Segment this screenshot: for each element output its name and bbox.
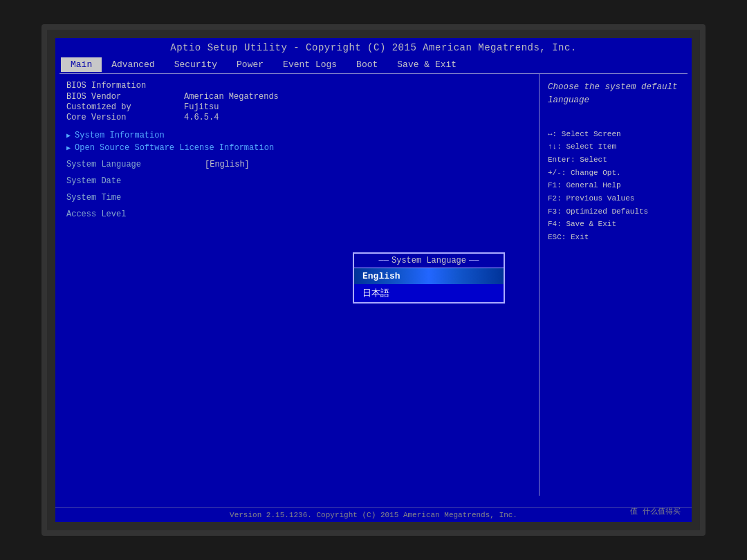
menu-item-security[interactable]: Security [165, 57, 227, 72]
watermark-text: 值 什么值得买 [630, 507, 681, 516]
system-language-val[interactable]: [English] [205, 160, 250, 169]
bios-info-section: BIOS Information BIOS Vendor American Me… [66, 81, 528, 122]
bios-coreversion-val: 4.6.5.4 [184, 113, 219, 122]
setting-system-time: System Time [66, 193, 528, 203]
bios-vendor-val: American Megatrends [184, 92, 279, 102]
setting-system-date: System Date [66, 176, 528, 186]
help-select-item: ↑↓: Select Item [548, 140, 683, 153]
menu-item-power[interactable]: Power [227, 57, 273, 72]
submenu-oss-license[interactable]: Open Source Software License Information [66, 143, 528, 153]
setting-access-level: Access Level [66, 209, 528, 219]
access-level-key: Access Level [66, 209, 205, 219]
menu-item-advanced[interactable]: Advanced [102, 57, 164, 72]
menu-item-main[interactable]: Main [61, 57, 102, 72]
bios-customized-val: Fujitsu [184, 102, 219, 112]
help-enter: Enter: Select [548, 153, 683, 167]
dropdown-option-english[interactable]: English [354, 268, 504, 284]
footer: Version 2.15.1236. Copyright (C) 2015 Am… [55, 507, 692, 522]
side-panel: Choose the system default language ↔: Se… [540, 74, 692, 496]
help-keys: ↔: Select Screen ↑↓: Select Item Enter: … [548, 128, 683, 244]
system-language-key: System Language [66, 160, 205, 169]
dropdown-title: System Language [354, 254, 504, 268]
help-f2: F2: Previous Values [548, 192, 683, 205]
help-esc: ESC: Exit [548, 231, 683, 244]
watermark: 值 什么值得买 [630, 506, 681, 516]
bios-row-coreversion: Core Version 4.6.5.4 [66, 113, 528, 122]
setting-system-language: System Language [English] [66, 160, 528, 169]
bios-customized-key: Customized by [66, 102, 184, 112]
footer-text: Version 2.15.1236. Copyright (C) 2015 Am… [230, 511, 517, 519]
menu-item-save-and-exit[interactable]: Save & Exit [387, 57, 466, 72]
screen: Aptio Setup Utility - Copyright (C) 2015… [55, 38, 692, 522]
menu-item-event-logs[interactable]: Event Logs [273, 57, 347, 72]
bios-vendor-key: BIOS Vendor [66, 92, 184, 102]
title-bar: Aptio Setup Utility - Copyright (C) 2015… [55, 38, 692, 56]
menu-bar: MainAdvancedSecurityPowerEvent LogsBootS… [55, 56, 692, 73]
language-dropdown: System Language English 日本語 [353, 252, 505, 304]
side-help-text: Choose the system default language [548, 81, 683, 107]
system-time-key: System Time [66, 193, 205, 203]
help-f3: F3: Optimized Defaults [548, 205, 683, 218]
help-f4: F4: Save & Exit [548, 218, 683, 231]
bios-row-vendor: BIOS Vendor American Megatrends [66, 92, 528, 102]
help-change-opt: +/-: Change Opt. [548, 167, 683, 180]
app-title: Aptio Setup Utility - Copyright (C) 2015… [170, 42, 577, 53]
monitor-bezel: Aptio Setup Utility - Copyright (C) 2015… [42, 24, 706, 536]
help-f1: F1: General Help [548, 179, 683, 192]
submenu-system-info[interactable]: System Information [66, 131, 528, 140]
help-select-screen: ↔: Select Screen [548, 128, 683, 141]
bios-row-customized: Customized by Fujitsu [66, 102, 528, 112]
bios-section-label: BIOS Information [66, 81, 528, 91]
dropdown-option-japanese[interactable]: 日本語 [354, 284, 504, 302]
bios-coreversion-key: Core Version [66, 113, 184, 122]
system-date-key: System Date [66, 176, 205, 186]
menu-item-boot[interactable]: Boot [347, 57, 387, 72]
